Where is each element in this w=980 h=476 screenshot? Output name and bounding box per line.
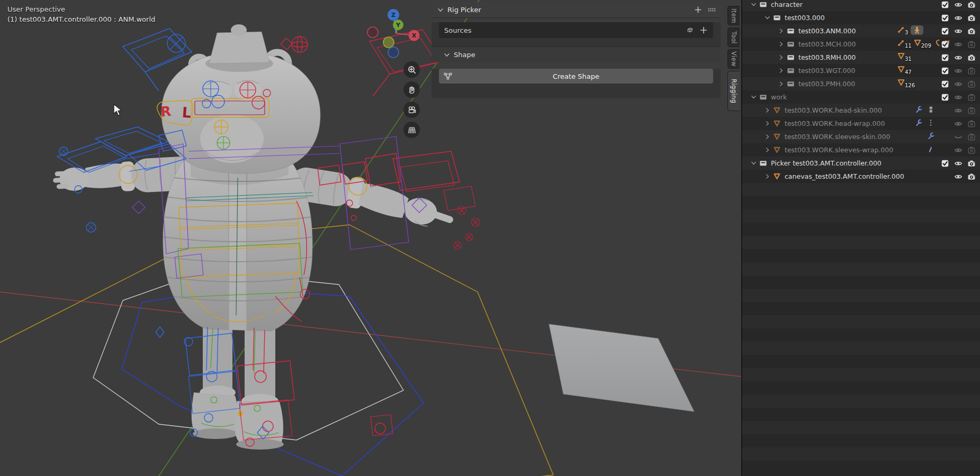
render-camera-icon[interactable]: [967, 145, 976, 154]
eye-icon[interactable]: [954, 172, 963, 181]
exclude-checkbox[interactable]: [940, 40, 949, 49]
exclude-checkbox[interactable]: [940, 53, 949, 62]
exclude-checkbox[interactable]: [940, 159, 949, 168]
outliner-row[interactable]: test003.WORK.head-skin.000: [742, 104, 980, 117]
plus-icon[interactable]: [699, 26, 708, 34]
outliner-item-label[interactable]: canevas_test003.AMT.controller.000: [785, 172, 904, 180]
eye-icon[interactable]: [954, 79, 963, 88]
exclude-checkbox[interactable]: [940, 13, 949, 22]
render-camera-icon[interactable]: [967, 159, 976, 168]
outliner-row[interactable]: test003.PMH.000126: [742, 77, 980, 90]
tab-item[interactable]: Item: [727, 6, 740, 25]
render-camera-icon[interactable]: [967, 53, 976, 62]
tab-tool[interactable]: Tool: [727, 28, 740, 47]
tab-view[interactable]: View: [727, 49, 740, 69]
chevron-down-icon[interactable]: [749, 93, 758, 102]
eye-icon[interactable]: [954, 53, 963, 62]
outliner-row[interactable]: test003.WGT.00047: [742, 64, 980, 77]
render-camera-icon[interactable]: [967, 79, 976, 88]
exclude-checkbox[interactable]: [940, 26, 949, 35]
chevron-right-icon[interactable]: [762, 120, 772, 128]
render-camera-icon[interactable]: [967, 66, 976, 75]
chevron-down-icon[interactable]: [762, 14, 772, 22]
eye-icon[interactable]: [954, 26, 963, 35]
outliner-row[interactable]: test003.MCH.00011209: [742, 38, 980, 51]
render-camera-icon[interactable]: [967, 40, 976, 49]
outliner-row[interactable]: test003.WORK.sleeves-wrap.000: [742, 143, 980, 157]
exclude-checkbox[interactable]: [940, 0, 949, 9]
outliner-row[interactable]: test003.RMH.00031: [742, 51, 980, 64]
outliner-row[interactable]: test003.WORK.head-wrap.000: [742, 117, 980, 130]
chevron-down-icon[interactable]: [749, 159, 758, 168]
chevron-right-icon[interactable]: [776, 53, 786, 62]
outliner-item-label[interactable]: test003.WORK.head-skin.000: [785, 106, 882, 114]
eye-icon[interactable]: [954, 0, 963, 9]
outliner-item-label[interactable]: test003.RMH.000: [798, 53, 856, 61]
eye-icon[interactable]: [954, 106, 963, 115]
outliner-item-label[interactable]: test003.WGT.000: [798, 67, 855, 75]
chevron-right-icon[interactable]: [776, 40, 786, 49]
outliner-row[interactable]: test003.WORK.sleeves-skin.000: [742, 130, 980, 143]
gizmo-neg-z-ball[interactable]: [388, 47, 399, 58]
eye-icon[interactable]: [954, 119, 963, 128]
render-camera-icon[interactable]: [967, 26, 976, 35]
shape-section-header[interactable]: Shape: [431, 47, 721, 62]
camera-view-button[interactable]: [403, 102, 420, 118]
picker-plane-object[interactable]: [549, 324, 694, 411]
chevron-right-icon[interactable]: [762, 106, 772, 115]
eye-icon[interactable]: [954, 40, 963, 49]
chevron-right-icon[interactable]: [776, 80, 786, 88]
rig-picker-panel-header[interactable]: Rig Picker: [431, 2, 721, 18]
outliner-panel[interactable]: charactertest003.000test003.ANM.0003test…: [741, 0, 980, 476]
chevron-right-icon[interactable]: [776, 67, 786, 75]
outliner-item-label[interactable]: test003.WORK.sleeves-skin.000: [785, 133, 890, 141]
panel-options-button[interactable]: [707, 6, 715, 14]
add-panel-button[interactable]: [694, 6, 702, 14]
gizmo-neg-x-ball[interactable]: [367, 27, 378, 38]
outliner-item-label[interactable]: test003.WORK.head-wrap.000: [785, 120, 885, 127]
outliner-item-label[interactable]: test003.MCH.000: [798, 40, 856, 48]
exclude-checkbox[interactable]: [940, 93, 949, 102]
navigation-gizmo[interactable]: Z Y X: [358, 3, 427, 62]
render-camera-icon[interactable]: [967, 172, 976, 181]
outliner-item-label[interactable]: test003.000: [785, 14, 825, 22]
chevron-right-icon[interactable]: [762, 172, 772, 181]
render-camera-icon[interactable]: [967, 132, 976, 141]
tab-rigging[interactable]: Rigging: [727, 71, 740, 111]
outliner-item-label[interactable]: test003.PMH.000: [798, 80, 855, 88]
outliner-row[interactable]: test003.000: [742, 11, 980, 24]
outliner-item-label[interactable]: character: [771, 1, 803, 8]
exclude-checkbox[interactable]: [940, 79, 949, 88]
grid-ortho-button[interactable]: [403, 122, 420, 138]
eye-icon[interactable]: [954, 159, 963, 168]
outliner-row[interactable]: work: [742, 90, 980, 104]
render-camera-icon[interactable]: [967, 106, 976, 115]
outliner-item-label[interactable]: test003.ANM.000: [798, 27, 856, 35]
eye-closed-icon[interactable]: [954, 132, 963, 141]
outliner-row[interactable]: character: [742, 0, 980, 11]
zoom-button[interactable]: [403, 61, 420, 78]
outliner-row[interactable]: test003.ANM.0003: [742, 24, 980, 38]
outliner-item-label[interactable]: Picker test003.AMT.controller.000: [771, 159, 882, 167]
chevron-down-icon[interactable]: [749, 1, 758, 9]
eye-icon[interactable]: [954, 145, 963, 154]
gizmo-neg-y-ball[interactable]: [383, 37, 394, 48]
eye-icon[interactable]: [954, 66, 963, 75]
render-camera-icon[interactable]: [967, 119, 976, 128]
render-camera-icon[interactable]: [967, 93, 976, 102]
render-camera-icon[interactable]: [967, 0, 976, 9]
pan-button[interactable]: [403, 81, 420, 98]
chevron-right-icon[interactable]: [776, 27, 786, 35]
eye-icon[interactable]: [954, 93, 963, 102]
outliner-item-label[interactable]: test003.WORK.sleeves-wrap.000: [785, 146, 893, 154]
outliner-row[interactable]: Picker test003.AMT.controller.000: [742, 157, 980, 170]
3d-viewport[interactable]: R L: [0, 0, 741, 476]
render-camera-icon[interactable]: [967, 13, 976, 22]
chevron-right-icon[interactable]: [762, 146, 772, 154]
exclude-checkbox[interactable]: [940, 66, 949, 75]
outliner-item-label[interactable]: work: [771, 93, 787, 101]
sources-field[interactable]: Sources: [439, 22, 713, 38]
outliner-row[interactable]: canevas_test003.AMT.controller.000: [742, 170, 980, 183]
create-shape-button[interactable]: Create Shape: [439, 69, 713, 84]
eye-icon[interactable]: [954, 13, 963, 22]
